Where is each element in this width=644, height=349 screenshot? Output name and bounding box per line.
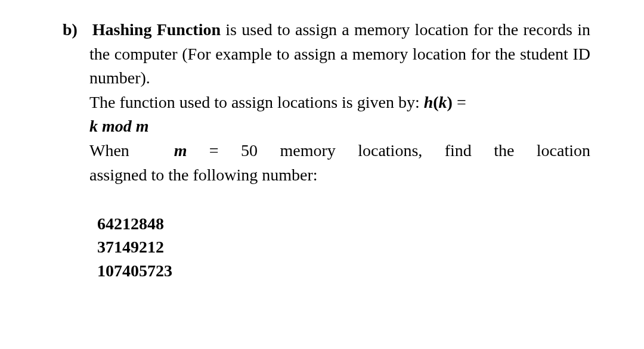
when-w4: find xyxy=(445,141,472,160)
when-w6: location xyxy=(537,141,590,160)
function-definition: The function used to assign locations is… xyxy=(63,91,590,115)
problem-intro: b) Hashing Function is used to assign a … xyxy=(63,18,590,91)
number-2: 37149212 xyxy=(97,235,590,258)
func-h: h xyxy=(424,93,434,111)
when-w5: the xyxy=(494,141,514,160)
number-3: 107405723 xyxy=(97,259,590,282)
numbers-list: 64212848 37149212 107405723 xyxy=(63,212,590,282)
problem-label: b) xyxy=(63,20,78,39)
problem-container: b) Hashing Function is used to assign a … xyxy=(63,18,590,282)
hashing-function-term: Hashing Function xyxy=(92,20,221,39)
when-w3: locations, xyxy=(358,141,422,160)
func-k: k xyxy=(439,93,447,111)
when-line-2: assigned to the following number: xyxy=(63,163,590,188)
expr-k: k xyxy=(89,117,98,135)
function-expression: k mod m xyxy=(63,114,590,139)
when-w2: memory xyxy=(280,141,335,160)
function-pretext: The function used to assign locations is… xyxy=(89,93,424,111)
func-equals: = xyxy=(453,93,466,111)
func-open: ( xyxy=(433,93,438,111)
when-word: When xyxy=(89,141,129,160)
number-1: 64212848 xyxy=(97,212,590,235)
when-eq: = 50 xyxy=(187,141,258,160)
func-close: ) xyxy=(447,93,453,111)
expr-m: m xyxy=(136,117,149,135)
when-line-1: When m = 50 memory locations, find the l… xyxy=(63,139,590,163)
expr-mod: mod xyxy=(98,117,136,135)
when-line2-text: assigned to the following number: xyxy=(89,166,318,184)
when-m: m xyxy=(174,141,187,160)
